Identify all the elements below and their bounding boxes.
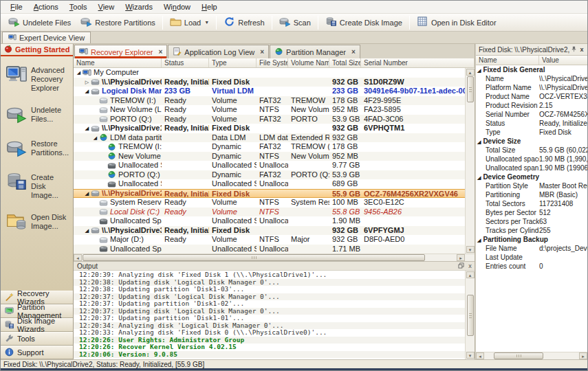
property-row-unallocated-span[interactable]: Unallocated span1.90 MB (1990656) (476, 164, 587, 172)
column-header-type[interactable]: Type (209, 58, 257, 67)
table-row-unallocated-space[interactable]: Unallocated SpaceUnallocated SpaceUnallo… (74, 245, 465, 254)
close-icon[interactable]: × (351, 48, 356, 56)
properties-column-header-value[interactable]: Value (539, 56, 587, 65)
property-row-partition-style[interactable]: Partition StyleMaster Boot Record (476, 181, 587, 190)
property-row-total-size[interactable]: Total Size55.9 GB (60,022,480,896 bytes) (476, 146, 587, 155)
property-row-file-name[interactable]: File Named:\projects_Development (476, 244, 587, 253)
close-icon[interactable]: × (158, 48, 162, 56)
toolbar-button-undelete-files[interactable]: Undelete Files (3, 15, 76, 30)
property-row-product-revision[interactable]: Product Revision2.15 (476, 101, 587, 110)
sidebar-section-partition-management[interactable]: Partition Management (1, 304, 73, 318)
column-header-name[interactable]: Name (74, 58, 162, 67)
property-row-status[interactable]: StatusReady, Initialized (476, 119, 587, 128)
column-header-status[interactable]: Status (162, 58, 209, 67)
sidebar-item-advanced-recovery-explorer[interactable]: Advanced Recovery Explorer (6, 65, 70, 93)
table-row-tremow-i[interactable]: TREMOW (I:)DynamicFAT32TREMOW (I:)178 GB (74, 142, 465, 152)
table-row-tremow-i[interactable]: TREMOW (I:)ReadyVolumeFAT32TREMOW178 GB4… (74, 96, 465, 106)
sidebar-item-restore-partitions[interactable]: Restore Partitions... (6, 138, 70, 160)
toolbar-button-refresh[interactable]: Refresh (219, 15, 270, 30)
scroll-down-icon[interactable]: ▾ (466, 246, 475, 253)
pin-icon[interactable] (569, 46, 578, 54)
sidebar-header-getting-started[interactable]: Getting Started (1, 44, 73, 56)
property-row-unallocated-space[interactable]: Unallocated space1.90 MB (1,990,656 byte… (476, 155, 587, 164)
expander-open-icon[interactable]: ◢ (477, 238, 481, 243)
property-group-partitioning-backup[interactable]: ◢Partitioning Backup (476, 235, 587, 244)
expander-open-icon[interactable]: ◢ (83, 87, 91, 95)
toolbar-button-load[interactable]: Load▼ (165, 15, 214, 30)
property-row-type[interactable]: TypeFixed Disk (476, 128, 587, 137)
expander-open-icon[interactable]: ◢ (83, 226, 91, 235)
property-row-bytes-per-sector[interactable]: Bytes per Sector512 (476, 208, 587, 217)
property-row-serial-number[interactable]: Serial NumberOCZ-76M4256XR2VXGV46 (476, 110, 587, 119)
sidebar-section-disk-image-wizards[interactable]: Disk Image Wizards (1, 318, 73, 332)
close-icon[interactable]: × (260, 48, 264, 56)
column-header-total-size[interactable]: Total Size (329, 58, 361, 67)
sidebar-section-tools[interactable]: Tools (1, 332, 73, 346)
expander-closed-icon[interactable]: ▷ (83, 78, 91, 87)
float-window-icon[interactable] (457, 262, 466, 270)
menu-item-window[interactable]: Window (158, 1, 196, 12)
menu-item-file[interactable]: File (5, 1, 28, 12)
table-row-unallocated-space[interactable]: Unallocated SpaceUnallocated SpaceUnallo… (74, 216, 465, 226)
expander-open-icon[interactable]: ◢ (477, 175, 481, 180)
table-horizontal-scrollbar[interactable]: ◂ ▸ (74, 254, 475, 261)
table-row-physicaldrive3[interactable]: ◢\\.\PhysicalDrive3Ready, InitializedFix… (74, 226, 465, 236)
scroll-down-icon[interactable]: ▾ (466, 352, 475, 359)
table-row-local-disk-c[interactable]: Local Disk (C:)ReadyVolumeNTFS55.8 GB945… (74, 207, 465, 217)
properties-column-header-name[interactable]: Name (476, 56, 539, 65)
property-group-device-geometry[interactable]: ◢Device Geometry (476, 172, 587, 181)
scroll-thumb[interactable] (494, 352, 543, 359)
scroll-right-icon[interactable]: ▸ (457, 254, 465, 261)
toolbar-button-restore-partitions[interactable]: Restore Partitions (76, 15, 160, 30)
property-row-last-update[interactable]: Last Update (476, 253, 587, 262)
expander-open-icon[interactable]: ◢ (75, 68, 83, 77)
scroll-right-icon[interactable]: ▸ (579, 352, 587, 359)
property-group-fixed-disk-general[interactable]: ◢Fixed Disk General (476, 65, 587, 74)
expander-open-icon[interactable]: ◢ (91, 133, 99, 142)
menu-item-help[interactable]: Help (196, 1, 223, 12)
table-row-my-computer[interactable]: ◢My Computer (74, 68, 465, 78)
tab-expert-device-view[interactable]: Expert Device View (2, 32, 91, 43)
table-vertical-scrollbar[interactable]: ▴ ▾ (465, 68, 475, 254)
table-row-unallocated-space[interactable]: Unallocated SpaceUnallocated SpaceUnallo… (74, 179, 465, 189)
scroll-thumb[interactable] (467, 295, 474, 336)
toolbar-button-scan[interactable]: Scan (274, 15, 316, 30)
menu-item-actions[interactable]: Actions (28, 1, 64, 12)
property-row-total-sectors[interactable]: Total Sectors117231408 (476, 199, 587, 208)
scroll-up-icon[interactable]: ▴ (466, 271, 475, 278)
table-row-system-reserved-1[interactable]: System Reserved (1:)ReadyVolumeNTFSSyste… (74, 198, 465, 207)
table-row-porto-q[interactable]: PORTO (Q:)DynamicFAT32PORTO (Q:)53.9 GB (74, 170, 465, 180)
table-row-physicaldrive2[interactable]: ◢\\.\PhysicalDrive2Ready, InitializedFix… (74, 189, 465, 199)
menu-item-wizards[interactable]: Wizards (120, 1, 158, 12)
expander-open-icon[interactable]: ◢ (83, 124, 91, 133)
expander-open-icon[interactable]: ◢ (83, 190, 91, 198)
properties-horizontal-scrollbar[interactable]: ◂ ▸ (476, 352, 587, 359)
sidebar-item-open-disk-image[interactable]: Open Disk Image... (6, 212, 70, 234)
scroll-left-icon[interactable]: ◂ (74, 254, 82, 261)
sidebar-section-support[interactable]: Support (1, 346, 73, 359)
table-row-physicaldrive0[interactable]: ▷\\.\PhysicalDrive0Ready, InitializedFix… (74, 78, 465, 87)
property-row-platform-name[interactable]: Platform Name\\.\PhysicalDrive2 (476, 83, 587, 92)
table-row-new-volume-l[interactable]: New Volume (L:)DynamicNTFSNew Volume (L:… (74, 152, 465, 161)
column-header-file-system[interactable]: File System (257, 58, 288, 67)
close-icon[interactable]: x (466, 262, 475, 269)
scroll-thumb[interactable] (467, 76, 474, 102)
expander-open-icon[interactable]: ◢ (477, 139, 481, 144)
close-icon[interactable]: x (578, 46, 586, 53)
scroll-left-icon[interactable]: ◂ (476, 352, 484, 359)
sidebar-item-create-disk-image[interactable]: Create Disk Image... (6, 172, 70, 200)
chevron-down-icon[interactable]: ▼ (204, 20, 209, 25)
property-row-entries-count[interactable]: Entries count0 (476, 262, 587, 271)
tab-partition-manager[interactable]: Partition Manager× (270, 45, 360, 58)
property-row-name[interactable]: Name\\.\PhysicalDrive2 (476, 74, 587, 83)
menu-item-tools[interactable]: Tools (64, 1, 93, 12)
property-row-partitioning[interactable]: PartitioningMBR (Basic) (476, 190, 587, 199)
scroll-up-icon[interactable]: ▴ (466, 69, 475, 76)
sidebar-section-recovery-wizards[interactable]: Recovery Wizards (1, 291, 73, 304)
table-row-new-volume-l[interactable]: New Volume (L:)ReadyVolumeNTFSNew Volume… (74, 105, 465, 115)
column-header-serial-number[interactable]: Serial Number (361, 58, 475, 67)
output-vertical-scrollbar[interactable]: ▴ ▾ (465, 271, 475, 359)
tab-recovery-explorer[interactable]: Recovery Explorer× (74, 45, 167, 58)
column-header-volume-name[interactable]: Volume Name (288, 58, 329, 67)
property-row-sectors-per-track[interactable]: Sectors per Track63 (476, 217, 587, 226)
